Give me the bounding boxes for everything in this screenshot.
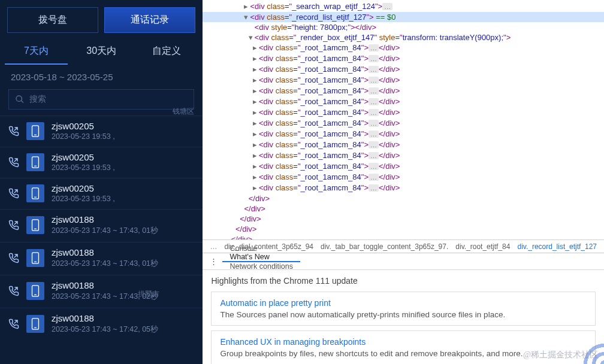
drawer-menu-icon[interactable]: ⋮ (205, 257, 222, 266)
elements-tree[interactable]: ▸<div class="_search_wrap_etjtf_124">… ▾… (203, 0, 604, 239)
whatsnew-card: Automatic in place pretty printThe Sourc… (211, 292, 596, 326)
device-icon (26, 216, 44, 234)
tab-dialpad[interactable]: 拨号盘 (7, 7, 98, 33)
call-out-icon (8, 157, 19, 168)
top-tabs: 拨号盘 通话记录 (0, 0, 203, 33)
call-record[interactable]: zjsw001882023-05-23 17:43 ~ 17:43, 02秒 (0, 275, 203, 308)
record-name: zjsw00205 (52, 121, 115, 132)
range-30days[interactable]: 30天内 (70, 39, 133, 65)
call-out-icon (8, 318, 19, 329)
date-range-label: 2023-05-18 ~ 2023-05-25 (0, 65, 203, 87)
record-time: 2023-05-23 17:43 ~ 17:43, 02秒 (52, 292, 158, 302)
call-record[interactable]: zjsw001882023-05-23 17:43 ~ 17:42, 05秒 (0, 308, 203, 341)
whatsnew-card: Enhanced UX in managing breakpointsGroup… (211, 330, 596, 364)
range-7days[interactable]: 7天内 (5, 39, 68, 65)
call-out-icon (8, 188, 19, 199)
call-record[interactable]: zjsw002052023-05-23 19:53 , (0, 178, 203, 209)
call-record[interactable]: zjsw001882023-05-23 17:43 ~ 17:43, 01秒 (0, 242, 203, 275)
drawer-body: Highlights from the Chrome 111 update Au… (203, 270, 604, 364)
drawer-tab[interactable]: Network conditions (222, 262, 300, 271)
highlights-heading: Highlights from the Chrome 111 update (211, 276, 596, 292)
phone-panel: 钱塘区 拱墅市 拨号盘 通话记录 7天内 30天内 自定义 2023-05-18… (0, 0, 203, 364)
record-name: zjsw00188 (52, 313, 158, 324)
record-name: zjsw00205 (52, 152, 115, 163)
tab-records[interactable]: 通话记录 (104, 7, 195, 33)
call-record[interactable]: zjsw001882023-05-23 17:43 ~ 17:43, 01秒 (0, 209, 203, 242)
call-out-icon (8, 126, 19, 136)
device-icon (26, 122, 44, 140)
crumb[interactable]: div._record_list_etjtf_127 (514, 242, 600, 251)
card-title[interactable]: Automatic in place pretty print (220, 298, 587, 310)
drawer-tab[interactable]: What's New (222, 253, 300, 262)
record-name: zjsw00205 (52, 183, 115, 195)
device-icon (26, 315, 44, 333)
device-icon (26, 249, 44, 267)
card-desc: The Sources panel now automatically pret… (220, 310, 587, 319)
records-list: zjsw002052023-05-23 19:53 ,zjsw002052023… (0, 116, 203, 341)
call-out-icon (8, 220, 19, 230)
range-custom[interactable]: 自定义 (135, 39, 198, 65)
record-time: 2023-05-23 19:53 , (52, 132, 115, 141)
call-out-icon (8, 286, 19, 296)
record-name: zjsw00188 (52, 214, 158, 226)
record-time: 2023-05-23 17:43 ~ 17:42, 05秒 (52, 324, 158, 335)
call-record[interactable]: zjsw002052023-05-23 19:53 , (0, 116, 203, 147)
record-time: 2023-05-23 17:43 ~ 17:43, 01秒 (52, 259, 158, 269)
record-time: 2023-05-23 19:53 , (52, 163, 115, 172)
card-desc: Group breakpoints by files, new shortcut… (220, 349, 587, 358)
search-input[interactable]: 搜索 (8, 89, 194, 110)
search-placeholder: 搜索 (29, 94, 46, 105)
device-icon (26, 153, 44, 171)
call-out-icon (8, 253, 19, 263)
device-icon (26, 282, 44, 300)
crumb-overflow[interactable]: … (206, 242, 221, 251)
range-tabs: 7天内 30天内 自定义 (0, 33, 203, 65)
call-record[interactable]: zjsw002052023-05-23 19:53 , (0, 147, 203, 178)
crumb[interactable]: div._tab_bar_toggle_content_3p65z_97. (317, 242, 452, 251)
devtools-panel: ▸<div class="_search_wrap_etjtf_124">… ▾… (203, 0, 604, 364)
search-icon (15, 95, 25, 104)
drawer: ⋮ ConsoleWhat's NewNetwork conditionsIss… (203, 253, 604, 364)
decorative-rings (556, 310, 604, 364)
record-name: zjsw00188 (52, 280, 158, 292)
device-icon (26, 184, 44, 202)
crumb[interactable]: div._root_etjtf_84 (452, 242, 514, 251)
record-name: zjsw00188 (52, 247, 158, 259)
drawer-tab[interactable]: Console (222, 244, 300, 253)
record-time: 2023-05-23 19:53 , (52, 195, 115, 203)
card-title[interactable]: Enhanced UX in managing breakpoints (220, 337, 587, 349)
record-time: 2023-05-23 17:43 ~ 17:43, 01秒 (52, 226, 158, 236)
drawer-tabs: ⋮ ConsoleWhat's NewNetwork conditionsIss… (203, 253, 604, 270)
